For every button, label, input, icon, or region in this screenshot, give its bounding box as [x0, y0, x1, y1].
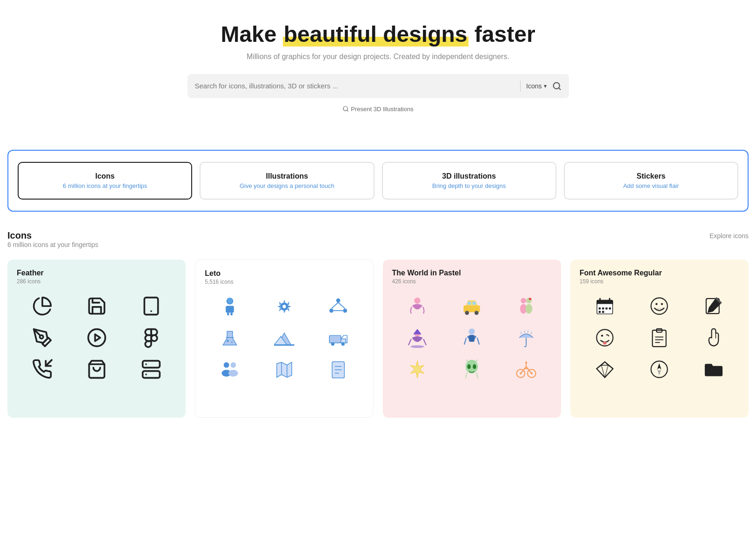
pack-pastel[interactable]: The World in Pastel 426 icons	[383, 260, 561, 418]
leto-icon-2	[270, 293, 298, 320]
svg-point-24	[329, 308, 334, 313]
tab-icons-title: Icons	[26, 172, 184, 180]
tab-illustrations[interactable]: Illustrations Give your designs a person…	[200, 162, 374, 200]
pack-fontawesome-count: 159 icons	[580, 278, 739, 285]
section-title-group: Icons 6 million icons at your fingertips	[7, 230, 98, 258]
chevron-down-icon: ▾	[544, 83, 547, 89]
fa-icon-9	[700, 355, 728, 383]
svg-rect-35	[329, 335, 341, 343]
svg-point-23	[336, 298, 341, 302]
svg-rect-89	[599, 311, 601, 313]
svg-line-27	[338, 302, 345, 308]
fa-icon-4	[591, 324, 619, 352]
search-type-selector[interactable]: Icons ▾	[526, 82, 546, 90]
pastel-icon-1	[403, 292, 431, 320]
pack-fontawesome-name: Font Awesome Regular	[580, 269, 739, 277]
svg-point-7	[88, 329, 105, 346]
feather-icon-6	[137, 324, 165, 352]
fa-icon-7	[591, 355, 619, 383]
svg-marker-111	[657, 369, 662, 375]
tab-3d-title: 3D illustrations	[390, 172, 548, 180]
svg-rect-51	[473, 301, 476, 305]
pack-feather[interactable]: Feather 286 icons	[7, 260, 186, 418]
svg-point-22	[282, 304, 286, 308]
pack-fontawesome-icons	[580, 292, 739, 383]
feather-icon-5	[83, 324, 111, 352]
svg-line-64	[524, 330, 525, 333]
svg-rect-83	[600, 298, 601, 302]
section-subtitle: 6 million icons at your fingertips	[7, 241, 98, 248]
svg-line-108	[605, 362, 608, 365]
search-type-label: Icons	[526, 82, 542, 90]
svg-point-19	[227, 298, 233, 304]
svg-point-96	[601, 334, 603, 336]
svg-line-73	[476, 373, 478, 378]
pack-fontawesome[interactable]: Font Awesome Regular 159 icons	[570, 260, 749, 418]
pastel-icon-3	[512, 292, 540, 320]
svg-line-1	[558, 88, 560, 90]
svg-point-36	[331, 342, 335, 346]
tab-stickers-title: Stickers	[572, 172, 730, 180]
svg-rect-34	[274, 344, 294, 346]
pastel-icon-9	[512, 355, 540, 383]
leto-icon-8	[270, 356, 298, 384]
svg-rect-85	[599, 307, 601, 309]
tab-stickers-sub: Add some visual flair	[572, 182, 730, 189]
svg-point-78	[520, 372, 522, 374]
leto-icon-1	[216, 293, 244, 320]
pack-feather-name: Feather	[17, 269, 176, 277]
fa-icon-1	[591, 292, 619, 320]
tab-3d[interactable]: 3D illustrations Bring depth to your des…	[382, 162, 556, 200]
svg-line-66	[531, 332, 531, 334]
category-tabs: Icons 6 million icons at your fingertips…	[18, 162, 738, 200]
svg-marker-110	[657, 363, 662, 369]
fa-icon-2	[645, 292, 673, 320]
tab-3d-sub: Bring depth to your designs	[390, 182, 548, 189]
tab-illustrations-sub: Give your designs a personal touch	[208, 182, 366, 189]
svg-point-69	[473, 364, 476, 369]
pastel-icon-2	[458, 292, 486, 320]
category-section: Icons 6 million icons at your fingertips…	[7, 150, 749, 212]
tab-stickers[interactable]: Stickers Add some visual flair	[564, 162, 738, 200]
svg-point-30	[227, 340, 229, 341]
svg-point-77	[525, 361, 527, 363]
fa-icon-6	[700, 324, 728, 352]
svg-point-52	[465, 311, 469, 315]
fa-icon-3	[700, 292, 728, 320]
hero-subtitle: Millions of graphics for your design pro…	[9, 53, 747, 61]
svg-point-37	[341, 342, 345, 346]
feather-icon-2	[83, 292, 111, 320]
fa-icon-8	[645, 355, 673, 383]
leto-icon-5	[270, 324, 298, 352]
svg-rect-16	[226, 306, 234, 313]
spacer	[0, 122, 756, 150]
svg-rect-88	[609, 307, 611, 309]
search-input[interactable]	[195, 82, 515, 90]
svg-point-91	[651, 298, 668, 314]
present-link-label: Present 3D Illustrations	[351, 106, 413, 113]
search-button[interactable]	[552, 81, 562, 91]
tab-illustrations-title: Illustrations	[208, 172, 366, 180]
icons-section: Icons 6 million icons at your fingertips…	[0, 230, 756, 436]
svg-point-79	[531, 372, 533, 374]
tab-icons[interactable]: Icons 6 million icons at your fingertips	[18, 162, 192, 200]
svg-point-31	[231, 341, 233, 343]
pastel-icon-5	[458, 324, 486, 352]
svg-point-60	[469, 328, 475, 334]
svg-point-48	[414, 297, 420, 303]
svg-rect-90	[602, 311, 604, 313]
present-3d-link[interactable]: Present 3D Illustrations	[9, 106, 747, 113]
svg-point-68	[468, 364, 471, 369]
svg-rect-61	[469, 335, 475, 342]
svg-marker-8	[95, 334, 100, 341]
svg-rect-11	[142, 360, 160, 367]
svg-point-38	[224, 362, 229, 368]
pastel-icon-7	[403, 355, 431, 383]
svg-point-57	[526, 304, 533, 314]
svg-line-72	[466, 373, 467, 378]
explore-icons-link[interactable]: Explore icons	[709, 232, 749, 240]
leto-icon-6	[324, 324, 352, 352]
pack-leto[interactable]: Leto 5,516 icons	[195, 260, 373, 418]
svg-line-63	[521, 332, 521, 334]
fa-icon-5	[645, 324, 673, 352]
